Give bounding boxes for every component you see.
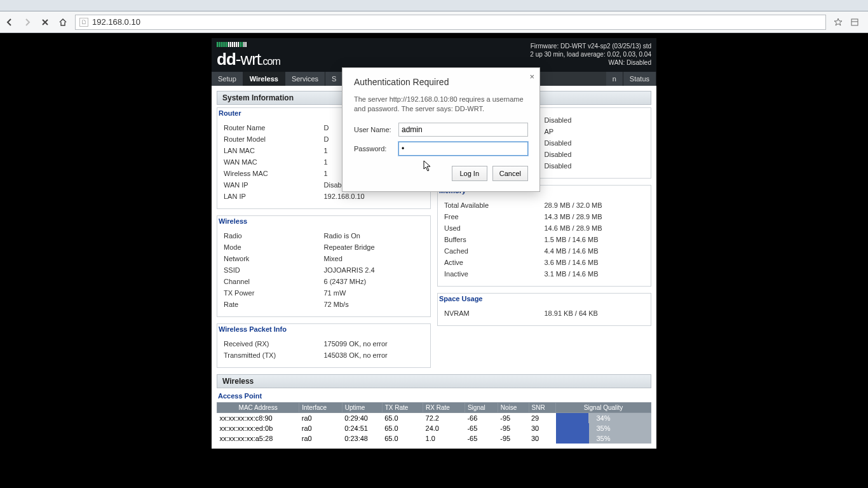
ddwrt-logo: dd-wrt.com bbox=[217, 50, 280, 72]
info-row: Inactive3.1 MB / 14.6 MB bbox=[444, 268, 644, 280]
tab-setup[interactable]: Setup bbox=[212, 72, 243, 86]
table-row: xx:xx:xx:xx:c8:90ra00:29:4065.072.2-66-9… bbox=[217, 413, 651, 424]
info-row: RadioRadio is On bbox=[224, 230, 424, 241]
home-icon[interactable] bbox=[57, 17, 69, 28]
back-icon[interactable] bbox=[4, 17, 15, 28]
tab-partial-1[interactable]: S bbox=[325, 72, 343, 86]
clients-table: MAC Address Interface Uptime TX Rate RX … bbox=[217, 402, 651, 444]
info-row: Transmitted (TX)145038 OK, no error bbox=[224, 349, 424, 361]
info-row: Received (RX)175099 OK, no error bbox=[224, 338, 424, 349]
stop-icon[interactable] bbox=[39, 17, 51, 28]
info-row: TX Power71 mW bbox=[224, 287, 424, 299]
info-row: Rate72 Mb/s bbox=[224, 299, 424, 310]
space-title: Space Usage bbox=[438, 294, 651, 304]
table-row: xx:xx:xx:xx:ed:0bra00:24:5165.024.0-65-9… bbox=[217, 423, 651, 433]
memory-box: Memory Total Available28.9 MB / 32.0 MBF… bbox=[437, 185, 651, 287]
url-bar[interactable]: 🗋 192.168.0.10 bbox=[75, 15, 826, 30]
logo-dots bbox=[217, 42, 247, 47]
tab-services[interactable]: Services bbox=[285, 72, 325, 86]
info-row: Free14.3 MB / 28.9 MB bbox=[444, 211, 644, 222]
info-row: LAN IP192.168.0.10 bbox=[224, 191, 424, 202]
table-row: xx:xx:xx:xx:a5:28ra00:23:4865.01.0-65-95… bbox=[217, 433, 651, 444]
username-input[interactable] bbox=[398, 123, 528, 137]
wireless-box: Wireless RadioRadio is OnModeRepeater Br… bbox=[217, 215, 431, 317]
info-row: ModeRepeater Bridge bbox=[224, 241, 424, 253]
space-box: Space Usage NVRAM18.91 KB / 64 KB bbox=[437, 293, 651, 326]
info-row: Used14.6 MB / 28.9 MB bbox=[444, 222, 644, 234]
tab-partial-2[interactable]: n bbox=[606, 72, 623, 86]
packet-title: Wireless Packet Info bbox=[217, 324, 430, 334]
svg-rect-0 bbox=[851, 19, 858, 25]
info-row: Active3.6 MB / 14.6 MB bbox=[444, 257, 644, 268]
dialog-text: The server http://192.168.0.10:80 requir… bbox=[354, 95, 528, 114]
info-row: NetworkMixed bbox=[224, 253, 424, 264]
star-icon[interactable] bbox=[832, 17, 844, 28]
info-row: Channel6 (2437 MHz) bbox=[224, 276, 424, 287]
info-row: Cached4.4 MB / 14.6 MB bbox=[444, 245, 644, 257]
wireless-title: Wireless bbox=[217, 216, 430, 226]
browser-tab-strip bbox=[0, 0, 868, 11]
info-row: NVRAM18.91 KB / 64 KB bbox=[444, 308, 644, 319]
dialog-title: Authentication Required bbox=[354, 77, 528, 87]
username-label: User Name: bbox=[354, 126, 398, 133]
menu-icon[interactable] bbox=[849, 17, 860, 28]
wireless-panel-title: Wireless bbox=[217, 374, 651, 388]
browser-toolbar: 🗋 192.168.0.10 bbox=[0, 11, 868, 33]
password-input[interactable] bbox=[398, 142, 528, 156]
url-text: 192.168.0.10 bbox=[92, 17, 140, 27]
tab-wireless[interactable]: Wireless bbox=[243, 72, 285, 86]
password-label: Password: bbox=[354, 145, 398, 152]
cancel-button[interactable]: Cancel bbox=[492, 166, 528, 181]
page-favicon: 🗋 bbox=[79, 18, 88, 27]
close-icon[interactable]: × bbox=[529, 72, 534, 81]
info-row: Buffers1.5 MB / 14.6 MB bbox=[444, 234, 644, 245]
login-button[interactable]: Log In bbox=[452, 166, 487, 181]
info-row: SSIDJOJOARRIS 2.4 bbox=[224, 264, 424, 276]
packet-box: Wireless Packet Info Received (RX)175099… bbox=[217, 323, 431, 368]
auth-dialog: × Authentication Required The server htt… bbox=[342, 67, 540, 192]
access-point-title: Access Point bbox=[217, 391, 651, 401]
tab-status[interactable]: Status bbox=[623, 72, 656, 86]
info-row: Total Available28.9 MB / 32.0 MB bbox=[444, 200, 644, 211]
forward-icon bbox=[22, 17, 33, 28]
header-status: Firmware: DD-WRT v24-sp2 (03/25/13) std … bbox=[530, 42, 651, 67]
